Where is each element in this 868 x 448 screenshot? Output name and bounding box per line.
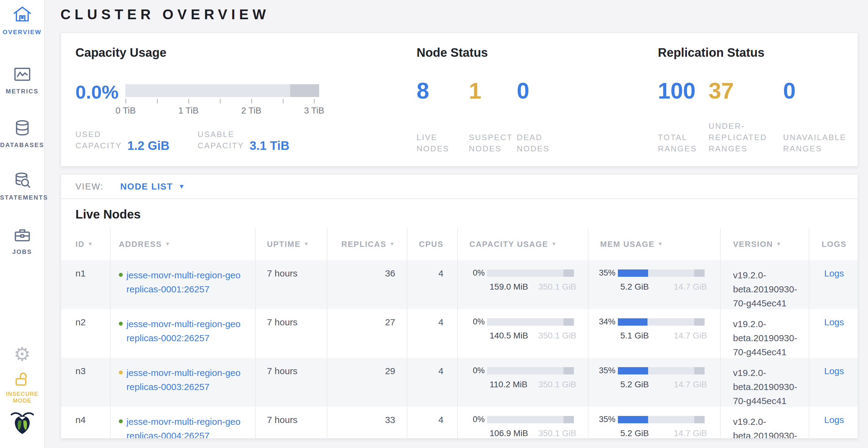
node-cpus: 4 [407,309,458,359]
unavailable-ranges-stat: 0 UNAVAILABLE RANGES [783,79,796,103]
axis-tick-label: 0 TiB [116,106,135,116]
view-selector-dropdown[interactable]: NODE LIST ▼ [120,181,185,192]
nodes-panel: VIEW: NODE LIST ▼ Live Nodes ID▼ ADDRESS… [60,174,858,439]
node-address-link[interactable]: jesse-movr-multi-region-geo replicas-000… [126,268,240,296]
capacity-mini-bar [487,318,574,325]
node-id: n1 [61,260,111,310]
live-nodes-title: Live Nodes [75,208,858,221]
column-header-uptime[interactable]: UPTIME▼ [256,228,328,260]
cockroachdb-logo[interactable] [0,409,44,437]
column-header-address[interactable]: ADDRESS▼ [111,228,256,260]
column-header-replicas[interactable]: REPLICAS▼ [328,228,407,260]
node-status-section: Node Status 8 LIVE NODES 1 SUSPECT NODES… [416,33,630,166]
dead-nodes-label: DEAD NODES [517,132,550,154]
table-header-row: ID▼ ADDRESS▼ UPTIME▼ REPLICAS▼ CPUS CAPA… [61,228,858,260]
sort-arrow-icon: ▼ [551,241,557,247]
mem-mini-bar [618,367,705,374]
capacity-usage-title: Capacity Usage [75,46,166,60]
column-header-mem-usage[interactable]: MEM USAGE▼ [589,228,721,260]
main-content: CLUSTER OVERVIEW Capacity Usage 0.0% 0 T… [45,0,868,448]
logs-link[interactable]: Logs [824,317,844,327]
node-address-cell: jesse-movr-multi-region-geo replicas-000… [111,260,256,310]
logs-link[interactable]: Logs [824,415,844,425]
node-capacity-usage: 0% 110.2 MiB350.1 GiB [458,358,589,408]
axis-tick-label: 1 TiB [178,106,198,116]
node-address-link[interactable]: jesse-movr-multi-region-geo replicas-000… [126,415,240,439]
live-nodes-label: LIVE NODES [416,132,449,154]
metrics-icon [12,80,32,85]
node-replicas: 36 [328,260,407,310]
sidebar-item-databases[interactable]: DATABASES [0,118,44,149]
capacity-mini-bar [487,270,574,277]
node-version: v19.2.0- beta.20190930- 70-g445ec41 [721,309,809,359]
sidebar-item-metrics[interactable]: METRICS [0,65,44,95]
node-address-cell: jesse-movr-multi-region-geo replicas-000… [111,309,256,359]
table-row: n3 jesse-movr-multi-region-geo replicas-… [61,358,858,407]
used-capacity-value: 1.2 GiB [127,139,169,152]
axis-tick-label: 3 TiB [304,106,324,116]
node-cpus: 4 [407,407,458,439]
column-header-cpus: CPUS [407,228,458,260]
sidebar-item-statements[interactable]: STATEMENTS [0,171,44,201]
dead-nodes-count: 0 [517,79,529,103]
suspect-nodes-count: 1 [469,79,481,103]
capacity-axis-labels: 0 TiB 1 TiB 2 TiB 3 TiB [125,106,319,116]
page-title: CLUSTER OVERVIEW [60,6,868,23]
node-status-dot [119,371,123,374]
insecure-mode-indicator[interactable]: INSECURE MODE [0,370,44,404]
node-status-dot [119,419,123,423]
node-capacity-usage: 0% 106.9 MiB350.1 GiB [458,407,589,439]
sidebar-item-jobs[interactable]: JOBS [0,225,44,255]
sort-arrow-icon: ▼ [165,241,171,247]
node-version: v19.2.0- beta.20190930- 70-g445ec41 [721,358,809,408]
column-header-id[interactable]: ID▼ [61,228,111,260]
live-nodes-table: ID▼ ADDRESS▼ UPTIME▼ REPLICAS▼ CPUS CAPA… [61,228,858,439]
sort-arrow-icon: ▼ [304,241,309,247]
logs-link[interactable]: Logs [824,268,844,278]
sidebar-item-overview[interactable]: OVERVIEW [0,5,44,36]
sort-arrow-icon: ▼ [88,241,93,247]
table-row: n1 jesse-movr-multi-region-geo replicas-… [61,260,858,309]
node-cpus: 4 [407,260,458,310]
sort-arrow-icon: ▼ [390,241,395,247]
node-capacity-usage: 0% 159.0 MiB350.1 GiB [458,260,589,310]
suspect-nodes-stat: 1 SUSPECT NODES [469,79,481,103]
under-replicated-count: 37 [709,79,734,103]
node-capacity-usage: 0% 140.5 MiB350.1 GiB [458,309,589,359]
usable-capacity-value: 3.1 TiB [250,139,289,152]
sidebar-item-label: OVERVIEW [0,29,44,36]
sort-arrow-icon: ▼ [657,241,663,247]
briefcase-icon [12,240,32,246]
node-cpus: 4 [407,358,458,408]
node-id: n2 [61,309,111,359]
replication-status-title: Replication Status [658,46,765,60]
sidebar-item-label: DATABASES [0,142,44,149]
total-ranges-label: TOTAL RANGES [658,132,697,154]
sidebar-item-label: JOBS [0,248,44,255]
mem-mini-bar [618,416,705,423]
cluster-summary-card: Capacity Usage 0.0% 0 TiB 1 TiB 2 TiB 3 … [60,32,858,167]
node-uptime: 7 hours [256,260,328,310]
node-address-cell: jesse-movr-multi-region-geo replicas-000… [111,358,256,408]
capacity-mini-bar [487,367,574,374]
column-header-capacity-usage[interactable]: CAPACITY USAGE▼ [458,228,589,260]
home-icon [11,21,33,26]
node-status-dot [119,273,123,277]
node-version: v19.2.0- beta.20190930- 70-g445ec41 [721,260,809,310]
column-header-version[interactable]: VERSION▼ [721,228,809,260]
view-bar: VIEW: NODE LIST ▼ [61,175,858,199]
gear-icon: ⚙ [14,343,31,365]
capacity-axis-ticks [125,99,319,104]
node-address-link[interactable]: jesse-movr-multi-region-geo replicas-000… [126,366,240,394]
node-status-title: Node Status [416,46,488,60]
column-header-logs: LOGS [809,228,858,260]
settings-button[interactable]: ⚙ [0,344,44,365]
sidebar: OVERVIEW METRICS DATABASES [0,0,45,448]
logs-link[interactable]: Logs [824,366,844,376]
node-id: n3 [61,358,111,408]
under-replicated-ranges-stat: 37 UNDER- REPLICATED RANGES [709,79,734,103]
sidebar-item-label: STATEMENTS [0,194,44,201]
node-address-link[interactable]: jesse-movr-multi-region-geo replicas-000… [126,317,240,345]
lock-open-icon [13,384,32,389]
replication-status-section: Replication Status 100 TOTAL RANGES 37 U… [658,33,853,166]
